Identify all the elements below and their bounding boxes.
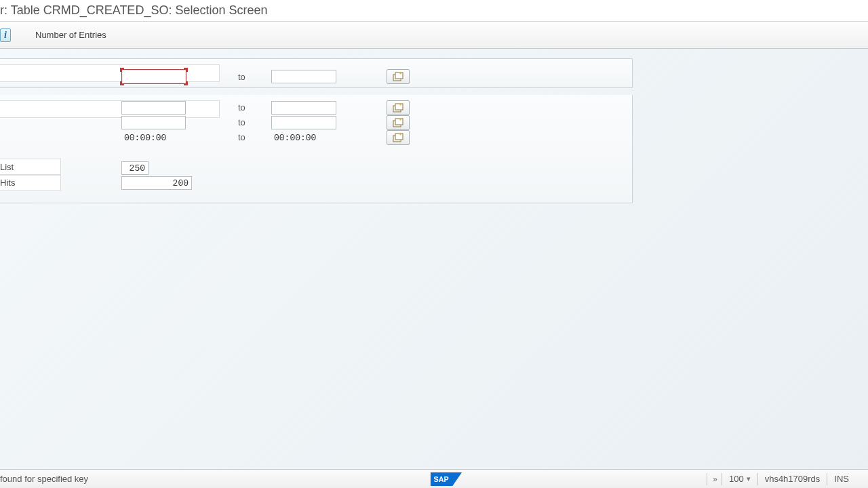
svg-text:SAP: SAP (434, 474, 449, 483)
svg-rect-7 (395, 134, 403, 140)
info-icon: i (4, 30, 7, 41)
sap-logo-icon: SAP (430, 472, 462, 486)
multiple-selection-icon (393, 118, 403, 127)
row4-to-input[interactable] (271, 131, 336, 144)
window-title-bar: r: Table CRMD_CREATED_SO: Selection Scre… (0, 0, 868, 22)
status-message: found for specified key (0, 474, 88, 484)
row1-multiple-selection-button[interactable] (387, 69, 410, 84)
group-2-inset-a (0, 100, 220, 118)
row1-from-input[interactable] (121, 69, 186, 84)
svg-rect-1 (395, 73, 403, 79)
row1-to-label: to (238, 72, 245, 82)
hits-input[interactable] (121, 176, 192, 190)
svg-rect-5 (395, 119, 403, 125)
row1-to-input[interactable] (271, 70, 336, 83)
selection-screen-body: to to to to (0, 49, 868, 469)
number-of-entries-button[interactable]: Number of Entries (30, 27, 112, 43)
expand-statusbar-icon[interactable]: » (707, 473, 722, 485)
multiple-selection-icon (393, 103, 403, 113)
row4-to-label: to (238, 132, 245, 142)
row3-multiple-selection-button[interactable] (387, 115, 410, 130)
multiple-selection-icon (393, 72, 403, 81)
insert-mode: INS (827, 473, 856, 485)
row2-from-input[interactable] (121, 101, 186, 115)
system-name: vhs4h1709rds (757, 473, 827, 485)
row2-multiple-selection-button[interactable] (387, 100, 410, 115)
window-title: r: Table CRMD_CREATED_SO: Selection Scre… (0, 3, 267, 18)
status-right-cluster: » 100 ▾ vhs4h1709rds INS (707, 473, 868, 485)
application-toolbar: i Number of Entries (0, 22, 868, 49)
row2-to-label: to (238, 102, 245, 113)
row3-to-input[interactable] (271, 116, 336, 129)
hits-label: Hits (0, 178, 15, 188)
multiple-selection-icon (393, 133, 403, 142)
row4-from-input[interactable] (121, 131, 186, 144)
focus-corner-icon (120, 68, 124, 72)
zoom-value: 100 (729, 474, 744, 484)
zoom-level[interactable]: 100 ▾ (722, 473, 757, 485)
row3-to-label: to (238, 117, 245, 127)
svg-rect-3 (395, 104, 403, 110)
list-input[interactable] (121, 161, 149, 175)
chevron-down-icon: ▾ (747, 474, 751, 483)
focus-corner-icon (184, 68, 188, 72)
status-bar: found for specified key SAP » 100 ▾ vhs4… (0, 469, 868, 488)
group-1-inset (0, 64, 220, 82)
focus-corner-icon (120, 81, 124, 85)
row2-to-input[interactable] (271, 101, 336, 115)
row4-multiple-selection-button[interactable] (387, 130, 410, 145)
info-button[interactable]: i (0, 28, 11, 42)
focus-corner-icon (184, 81, 188, 85)
list-label: List (0, 162, 14, 172)
row3-from-input[interactable] (121, 116, 186, 129)
